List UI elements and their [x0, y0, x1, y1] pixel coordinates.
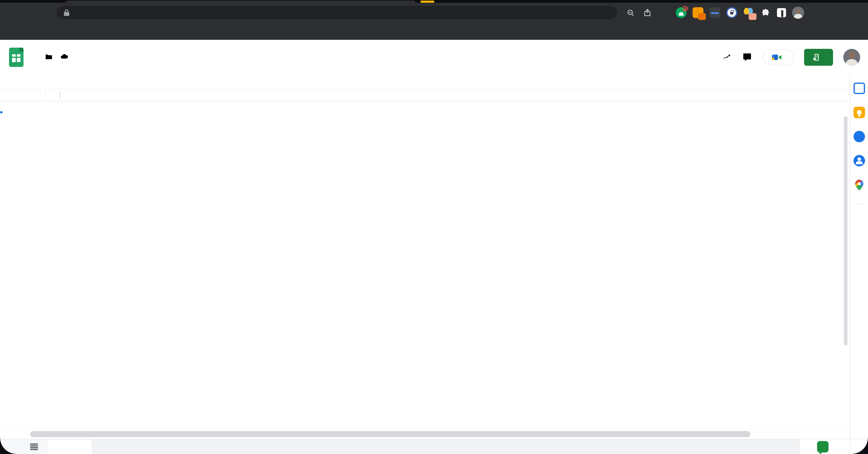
explore-button[interactable]	[799, 439, 850, 454]
bookmark-star-icon[interactable]	[659, 7, 670, 18]
selected-cell-outline[interactable]	[0, 111, 2, 113]
horizontal-scrollbar[interactable]	[0, 429, 868, 439]
screen-corner-right	[852, 438, 868, 454]
side-panel-icon[interactable]	[777, 8, 786, 17]
account-avatar[interactable]	[843, 49, 860, 66]
horizontal-scroll-thumb[interactable]	[30, 431, 750, 437]
extensions-puzzle-icon[interactable]	[760, 7, 771, 18]
screen-corner-left	[0, 438, 16, 454]
password-manager-icon[interactable]	[726, 7, 737, 18]
seo-badge	[698, 13, 706, 20]
fill-handle[interactable]	[0, 111, 3, 114]
formula-bar	[0, 89, 868, 101]
browser-profile-avatar[interactable]	[792, 7, 804, 19]
grade-extension-icon[interactable]	[710, 7, 720, 18]
explore-icon	[817, 441, 829, 453]
column-header-row	[0, 101, 868, 111]
tab-favicon-sliver	[421, 1, 434, 3]
all-sheets-icon[interactable]	[30, 444, 38, 450]
workspace-side-panel	[850, 75, 868, 439]
tasks-icon[interactable]	[854, 131, 865, 142]
calendar-icon[interactable]	[854, 83, 865, 94]
move-to-folder-icon[interactable]	[44, 53, 53, 61]
ideas-badge	[749, 13, 756, 20]
maps-icon[interactable]	[854, 179, 865, 191]
cloud-saved-icon[interactable]	[60, 52, 69, 61]
browser-toolbar	[0, 3, 868, 23]
keep-icon[interactable]	[854, 107, 865, 118]
search-tabs-icon[interactable]	[625, 7, 636, 18]
meet-call-button[interactable]	[763, 50, 794, 65]
browser-menu-kebab-icon[interactable]	[810, 7, 821, 18]
address-bar[interactable]	[57, 6, 617, 19]
sheet-tab-active[interactable]	[47, 439, 92, 454]
share-button[interactable]	[804, 49, 833, 66]
active-tab-sliver[interactable]	[66, 1, 415, 3]
browser-tab-strip	[0, 0, 868, 3]
seo-extension-icon[interactable]	[692, 7, 704, 18]
bookmarks-bar	[0, 23, 868, 40]
vertical-scrollbar[interactable]	[844, 101, 848, 418]
sheets-header	[0, 40, 868, 75]
contacts-icon[interactable]	[854, 155, 865, 167]
formula-input-caret[interactable]	[60, 92, 60, 99]
ghostery-extension-icon[interactable]	[676, 7, 687, 18]
share-page-icon[interactable]	[642, 7, 653, 18]
sheets-toolbar	[0, 75, 868, 89]
ssl-lock-icon[interactable]	[64, 9, 69, 16]
sheets-logo-icon[interactable]	[9, 48, 24, 67]
spreadsheet-grid[interactable]	[0, 101, 868, 429]
sheet-tab-bar	[0, 439, 868, 454]
comment-history-icon[interactable]	[742, 52, 752, 62]
ideas-extension-icon[interactable]	[743, 7, 754, 18]
vertical-scroll-thumb[interactable]	[844, 116, 847, 345]
document-stats-icon[interactable]	[721, 52, 732, 62]
side-panel-divider	[854, 204, 865, 204]
